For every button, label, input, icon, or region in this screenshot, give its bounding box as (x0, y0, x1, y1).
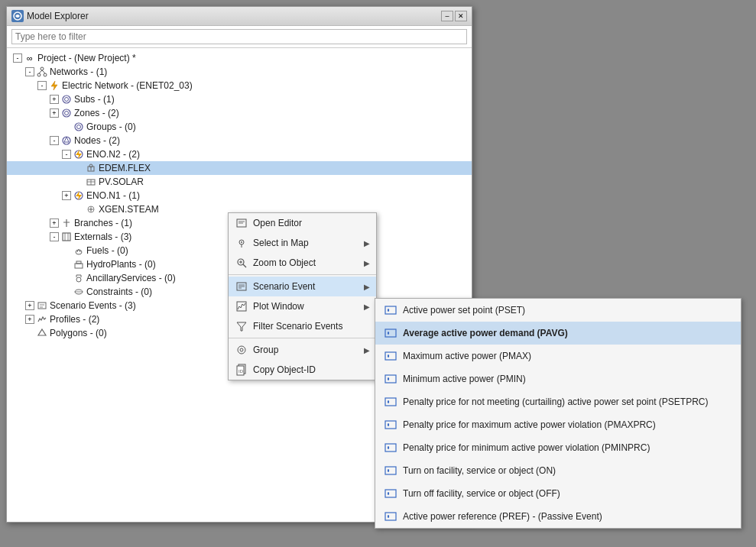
scenario-event-arrow: ▶ (364, 283, 370, 291)
infinity-icon: ∞ (24, 52, 36, 64)
sub-item-pmax[interactable]: Maximum active power (PMAX) (375, 345, 741, 367)
svg-point-97 (388, 516, 389, 517)
search-input[interactable] (11, 29, 467, 44)
ctx-select-in-map[interactable]: Select in Map ▶ (229, 233, 376, 253)
svg-point-34 (76, 250, 82, 254)
titlebar-left: Model Explorer (11, 10, 89, 22)
sub-item-off[interactable]: Turn off facility, service or object (OF… (375, 482, 741, 505)
pminprc-icon (383, 440, 398, 455)
expander-zones[interactable]: + (50, 108, 59, 118)
svg-point-7 (63, 95, 70, 103)
expander-networks[interactable]: - (25, 67, 34, 76)
svg-line-4 (39, 70, 42, 73)
tree-item-groups[interactable]: Groups - (0) (7, 120, 472, 134)
polygons-icon (36, 327, 48, 339)
sub-item-pminprc[interactable]: Penalty price for minimum active power v… (375, 436, 741, 459)
ctx-copy-object-id[interactable]: ID Copy Object-ID (229, 360, 376, 380)
ctx-plot-label: Plot Window (253, 301, 359, 312)
tree-item-nodes[interactable]: - Nodes - (2) (7, 134, 472, 147)
svg-point-63 (238, 346, 245, 354)
close-button[interactable]: ✕ (455, 11, 467, 21)
expander-profiles[interactable]: + (25, 315, 34, 324)
svg-point-94 (388, 493, 389, 494)
svg-point-64 (240, 348, 243, 351)
sub-item-on[interactable]: Turn on facility, service or object (ON) (375, 459, 741, 482)
sub-psetprc-label: Penalty price for not meeting (curtailin… (403, 396, 709, 407)
expander-eno-n1[interactable]: + (62, 191, 71, 200)
network-icon (36, 66, 48, 78)
sub-item-psetprc[interactable]: Penalty price for not meeting (curtailin… (375, 390, 741, 413)
hydro-icon (73, 258, 85, 270)
svg-point-85 (388, 424, 389, 426)
ctx-group[interactable]: Group ▶ (229, 340, 376, 360)
fuels-label: Fuels - (0) (86, 245, 128, 256)
tree-item-pv-solar[interactable]: PV.SOLAR (7, 175, 472, 189)
ctx-zoom-to-object[interactable]: Zoom to Object ▶ (229, 253, 376, 273)
expander-externals[interactable]: - (50, 232, 59, 241)
svg-point-73 (388, 332, 389, 334)
ctx-plot-window[interactable]: Plot Window ▶ (229, 296, 376, 316)
svg-point-10 (65, 112, 69, 115)
select-in-map-icon (235, 236, 248, 250)
expander-eno-n2[interactable]: - (62, 150, 71, 159)
expander-nodes[interactable]: - (50, 136, 59, 145)
project-label: Project - (New Project) * (37, 53, 136, 63)
svg-point-88 (388, 447, 389, 448)
expander-project[interactable]: - (13, 53, 22, 63)
ctx-separator-1 (229, 274, 376, 275)
sub-item-pset[interactable]: Active power set point (PSET) (375, 299, 741, 322)
expander-scenario[interactable]: + (25, 301, 34, 310)
ctx-scenario-event[interactable]: Scenario Event ▶ (229, 277, 376, 296)
svg-point-82 (388, 401, 389, 403)
steam-icon (85, 203, 97, 215)
branches-icon (60, 217, 73, 229)
svg-marker-6 (51, 81, 57, 90)
expander-electric[interactable]: - (37, 81, 47, 90)
groups-label: Groups - (0) (86, 121, 136, 132)
zoom-icon (235, 256, 248, 270)
group-arrow: ▶ (364, 346, 370, 354)
tree-item-zones[interactable]: + Zones - (2) (7, 106, 472, 120)
ctx-filter-scenario-events[interactable]: Filter Scenario Events (229, 316, 376, 336)
flex-icon (85, 162, 97, 174)
tree-item-eno-n1[interactable]: + ENO.N1 - (1) (7, 189, 472, 202)
ctx-open-editor[interactable]: Open Editor (229, 213, 376, 233)
sub-item-pavg[interactable]: Average active power demand (PAVG) (375, 322, 741, 345)
sub-item-pref[interactable]: Active power reference (PREF) - (Passive… (375, 505, 741, 528)
svg-point-91 (388, 470, 389, 471)
nodes-label: Nodes - (2) (74, 135, 120, 146)
pmin-icon (383, 371, 398, 387)
sub-pmax-label: Maximum active power (PMAX) (403, 351, 531, 361)
sub-item-pmin[interactable]: Minimum active power (PMIN) (375, 367, 741, 390)
constraints-icon (73, 286, 85, 298)
plot-arrow: ▶ (364, 303, 370, 311)
svg-point-8 (65, 98, 69, 102)
eno-n2-icon (73, 148, 85, 160)
titlebar-buttons: – ✕ (441, 11, 467, 21)
eno-n1-icon (73, 189, 85, 202)
scenario-icon (36, 299, 48, 312)
eno-n1-label: ENO.N1 - (1) (86, 190, 140, 201)
tree-item-electric-network[interactable]: - Electric Network - (ENET02_03) (7, 79, 472, 92)
scenario-event-icon (235, 280, 248, 293)
scenario-submenu: Active power set point (PSET) Average ac… (375, 298, 741, 529)
sub-pref-label: Active power reference (PREF) - (Passive… (403, 511, 602, 522)
svg-point-70 (388, 309, 389, 311)
sub-pmin-label: Minimum active power (PMIN) (403, 374, 526, 384)
expander-branches[interactable]: + (50, 218, 59, 228)
minimize-button[interactable]: – (441, 11, 453, 21)
sub-on-label: Turn on facility, service or object (ON) (403, 465, 556, 476)
tree-item-edem-flex[interactable]: EDEM.FLEX (7, 161, 472, 175)
ancillary-icon (73, 272, 85, 284)
context-menu: Open Editor Select in Map ▶ Zoom to Obje… (228, 212, 377, 380)
sub-item-pmaxprc[interactable]: Penalty price for maximum active power v… (375, 413, 741, 436)
tree-item-networks[interactable]: - Networks - (1) (7, 65, 472, 79)
edem-flex-label: EDEM.FLEX (99, 163, 151, 173)
tree-item-eno-n2[interactable]: - ENO.N2 - (2) (7, 147, 472, 161)
networks-label: Networks - (1) (50, 66, 107, 77)
tree-item-project[interactable]: - ∞ Project - (New Project) * (7, 51, 472, 65)
expander-subs[interactable]: + (50, 95, 59, 104)
tree-item-subs[interactable]: + Subs - (1) (7, 92, 472, 106)
svg-point-37 (76, 277, 81, 282)
svg-point-12 (77, 125, 81, 129)
